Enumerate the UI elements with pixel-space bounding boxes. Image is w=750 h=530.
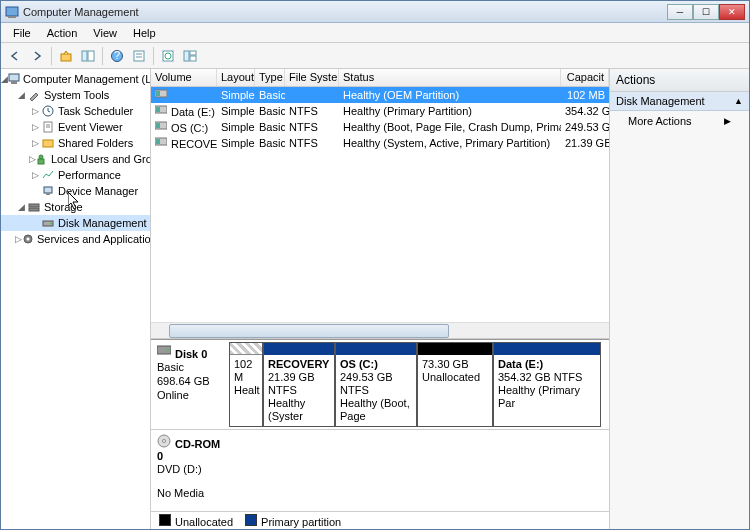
svg-text:?: ? [114,49,120,61]
col-status[interactable]: Status [339,69,561,86]
disk-info: CD-ROM 0 DVD (D:) No Media [151,430,227,511]
volume-list[interactable]: SimpleBasicHealthy (OEM Partition)102 MB… [151,87,609,151]
volume-row[interactable]: Data (E:)SimpleBasicNTFSHealthy (Primary… [151,103,609,119]
expand-icon[interactable]: ▷ [29,170,41,180]
volume-row[interactable]: RECOVERYSimpleBasicNTFSHealthy (System, … [151,135,609,151]
back-button[interactable] [5,46,25,66]
svg-rect-3 [82,51,87,61]
svg-rect-0 [6,7,18,16]
col-capacity[interactable]: Capacit [561,69,609,86]
svg-rect-4 [88,51,94,61]
log-icon [41,120,55,134]
svg-rect-39 [156,123,160,128]
svg-rect-37 [156,107,160,112]
svg-rect-1 [8,16,16,18]
separator [51,47,52,65]
tree-label: Event Viewer [58,121,123,133]
volume-row[interactable]: OS (C:)SimpleBasicNTFSHealthy (Boot, Pag… [151,119,609,135]
menu-help[interactable]: Help [125,25,164,41]
tree-label: Performance [58,169,121,181]
svg-point-33 [27,238,30,241]
partition[interactable]: OS (C:)249.53 GB NTFSHealthy (Boot, Page [335,342,417,427]
tree-label: Computer Management (Local [23,73,151,85]
expand-icon[interactable]: ◢ [15,202,27,212]
svg-rect-16 [11,81,17,84]
partition[interactable]: 73.30 GBUnallocated [417,342,493,427]
expand-icon[interactable]: ▷ [29,122,41,132]
svg-rect-27 [46,193,50,195]
svg-rect-23 [43,140,53,147]
svg-rect-28 [29,204,39,207]
legend: Unallocated Primary partition [151,511,609,529]
volume-row[interactable]: SimpleBasicHealthy (OEM Partition)102 MB [151,87,609,103]
legend-swatch-black [159,514,171,526]
window-title: Computer Management [23,6,667,18]
tree-label: Task Scheduler [58,105,133,117]
tools-icon [27,88,41,102]
menu-file[interactable]: File [5,25,39,41]
tree-task-scheduler[interactable]: ▷ Task Scheduler [1,103,150,119]
app-icon [5,5,19,19]
col-volume[interactable]: Volume [151,69,217,86]
minimize-button[interactable]: ─ [667,4,693,20]
show-hide-tree-button[interactable] [78,46,98,66]
navigation-tree[interactable]: ◢ Computer Management (Local ◢ System To… [1,69,151,529]
actions-more[interactable]: More Actions ▶ [610,111,749,131]
actions-more-label: More Actions [628,115,692,127]
tree-system-tools[interactable]: ◢ System Tools [1,87,150,103]
partition[interactable]: Data (E:)354.32 GB NTFSHealthy (Primary … [493,342,601,427]
tree-shared-folders[interactable]: ▷ Shared Folders [1,135,150,151]
refresh-button[interactable] [158,46,178,66]
expand-icon[interactable]: ▷ [15,234,22,244]
scrollbar-thumb[interactable] [169,324,449,338]
help-button[interactable]: ? [107,46,127,66]
partition[interactable]: 102 MHealt [229,342,263,427]
forward-button[interactable] [27,46,47,66]
svg-point-31 [50,223,52,225]
up-button[interactable] [56,46,76,66]
svg-rect-14 [190,56,196,61]
actions-section-label: Disk Management [616,95,705,107]
main-panel: Volume Layout Type File System Status Ca… [151,69,609,529]
clock-icon [41,104,55,118]
disk-size: 698.64 GB [157,374,221,388]
svg-point-45 [163,440,166,443]
close-button[interactable]: ✕ [719,4,745,20]
disk-row-disk0[interactable]: Disk 0 Basic 698.64 GB Online 102 MHealt… [151,340,609,430]
tree-device-manager[interactable]: Device Manager [1,183,150,199]
tree-storage[interactable]: ◢ Storage [1,199,150,215]
chevron-right-icon: ▶ [724,116,731,126]
menu-action[interactable]: Action [39,25,86,41]
expand-icon[interactable]: ▷ [29,138,41,148]
expand-icon[interactable]: ▷ [29,106,41,116]
tree-event-viewer[interactable]: ▷ Event Viewer [1,119,150,135]
expand-icon[interactable]: ◢ [15,90,27,100]
col-filesystem[interactable]: File System [285,69,339,86]
menu-view[interactable]: View [85,25,125,41]
services-icon [22,232,34,246]
tree-root[interactable]: ◢ Computer Management (Local [1,71,150,87]
expand-icon[interactable]: ▷ [29,154,36,164]
toolbar: ? [1,43,749,69]
tree-label: Services and Applications [37,233,151,245]
legend-swatch-blue [245,514,257,526]
settings-button[interactable] [180,46,200,66]
disk-row-cdrom[interactable]: CD-ROM 0 DVD (D:) No Media [151,430,609,511]
computer-icon [8,72,20,86]
expand-icon[interactable]: ◢ [1,74,8,84]
tree-disk-management[interactable]: Disk Management [1,215,150,231]
tree-services[interactable]: ▷ Services and Applications [1,231,150,247]
col-type[interactable]: Type [255,69,285,86]
maximize-button[interactable]: ☐ [693,4,719,20]
svg-rect-15 [9,74,19,81]
tree-local-users[interactable]: ▷ Local Users and Groups [1,151,150,167]
partition[interactable]: RECOVERY21.39 GB NTFSHealthy (Syster [263,342,335,427]
horizontal-scrollbar[interactable] [151,322,609,339]
disk-name: Disk 0 [175,348,207,360]
properties-button[interactable] [129,46,149,66]
cdrom-state: No Media [157,486,221,500]
actions-section[interactable]: Disk Management ▲ [610,92,749,111]
tree-performance[interactable]: ▷ Performance [1,167,150,183]
col-layout[interactable]: Layout [217,69,255,86]
cdrom-icon [157,434,173,448]
